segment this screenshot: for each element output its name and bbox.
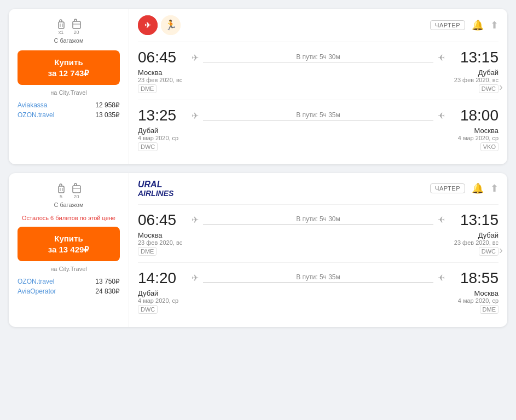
share-icon[interactable]: ⬆ xyxy=(490,182,498,194)
depart-location: Дубай 4 мар 2020, ср DWC xyxy=(138,289,187,314)
depart-location: Москва 23 фев 2020, вс DME xyxy=(138,231,187,256)
price-row: AviaOperator 24 830₽ xyxy=(18,287,120,295)
plane-depart-icon: ✈ xyxy=(192,273,199,283)
checked-bag-icon: 20 xyxy=(71,18,83,35)
price-list: Aviakassa 12 958₽ OZON.travel 13 035₽ xyxy=(18,101,120,121)
left-panel: x1 20 С багажом Купить за 12 xyxy=(9,9,129,164)
arrive-code: DWC xyxy=(479,247,498,256)
buy-price-amount: за 13 429₽ xyxy=(48,245,90,254)
arrive-time: 13:15 xyxy=(449,211,498,229)
price-row: OZON.travel 13 035₽ xyxy=(18,111,120,119)
price-list: OZON.travel 13 750₽ AviaOperator 24 830₽ xyxy=(18,278,120,297)
flight-line xyxy=(203,120,433,120)
ticket-card: x1 20 С багажом Купить за 12 xyxy=(9,9,507,164)
buy-price-amount: за 12 743₽ xyxy=(48,68,90,78)
bell-icon[interactable]: 🔔 xyxy=(472,19,484,31)
depart-time: 06:45 xyxy=(138,211,187,229)
carry-on-icon: x1 xyxy=(55,18,67,35)
buy-button[interactable]: Купить за 12 743₽ xyxy=(18,50,120,85)
plane-arrive-icon: ✈ xyxy=(438,215,445,225)
svg-rect-9 xyxy=(59,186,64,193)
ticket-card: 5 20 С багажом Осталось 6 билетов по это… xyxy=(9,173,507,327)
seller-link[interactable]: Aviakassa xyxy=(18,101,47,109)
depart-location: Москва 23 фев 2020, вс DME xyxy=(138,68,187,93)
platform-label: на City.Travel xyxy=(50,89,87,96)
depart-code: DME xyxy=(138,84,156,93)
baggage-label: С багажом xyxy=(54,202,83,208)
svg-text:✈: ✈ xyxy=(144,21,151,30)
flight-duration: В пути: 5ч 30м xyxy=(296,215,340,223)
arrive-code: DME xyxy=(480,305,498,314)
plane-arrive-icon: ✈ xyxy=(438,111,445,121)
seller-link[interactable]: OZON.travel xyxy=(18,278,54,285)
flight-segment-0: 06:45 ✈ В пути: 5ч 30м ✈ 13:15 Москва 23… xyxy=(138,42,498,100)
airline-header: ✈ 🏃 ЧАРТЕР 🔔 ⬆ xyxy=(138,15,498,35)
arrive-location: Дубай 23 фев 2020, вс DWC xyxy=(449,231,498,256)
seller-price: 13 750₽ xyxy=(95,278,120,285)
depart-code: DME xyxy=(138,247,156,256)
expand-arrow[interactable]: › xyxy=(499,80,503,93)
depart-location: Дубай 4 мар 2020, ср DWC xyxy=(138,126,187,151)
ural-airlines-logo: URAL AIRLINES xyxy=(138,180,173,198)
flight-duration: В пути: 5ч 35м xyxy=(296,111,340,119)
right-panel: URAL AIRLINES ЧАРТЕР 🔔 ⬆ 06:45 ✈ В пути:… xyxy=(129,173,507,327)
flight-duration: В пути: 5ч 30м xyxy=(296,53,340,61)
svg-rect-3 xyxy=(73,21,80,28)
seller-price: 12 958₽ xyxy=(95,101,120,109)
buy-button[interactable]: Купить за 13 429₽ xyxy=(18,227,120,261)
flight-middle: В пути: 5ч 35м xyxy=(203,111,433,120)
svg-text:🏃: 🏃 xyxy=(165,19,177,31)
flight-middle: В пути: 5ч 30м xyxy=(203,215,433,225)
expand-arrow[interactable]: › xyxy=(499,244,503,256)
plane-arrive-icon: ✈ xyxy=(438,273,445,283)
right-panel: ✈ 🏃 ЧАРТЕР 🔔 ⬆ 06:45 xyxy=(129,9,507,164)
flight-segment-0: 06:45 ✈ В пути: 5ч 30м ✈ 13:15 Москва 23… xyxy=(138,204,498,262)
flight-segment-1: 13:25 ✈ В пути: 5ч 35м ✈ 18:00 Дубай 4 м… xyxy=(138,100,498,158)
arrive-location: Москва 4 мар 2020, ср DME xyxy=(449,289,498,314)
depart-time: 06:45 xyxy=(138,49,187,66)
airline-logo-1: ✈ xyxy=(138,15,158,35)
header-actions: ЧАРТЕР 🔔 ⬆ xyxy=(430,182,498,194)
flight-line xyxy=(203,62,433,62)
flight-segment-1: 14:20 ✈ В пути: 5ч 35м ✈ 18:55 Дубай 4 м… xyxy=(138,262,498,320)
header-actions: ЧАРТЕР 🔔 ⬆ xyxy=(430,19,498,31)
buy-button-text: Купить xyxy=(54,57,83,67)
charter-badge: ЧАРТЕР xyxy=(430,20,465,30)
airline-header: URAL AIRLINES ЧАРТЕР 🔔 ⬆ xyxy=(138,180,498,198)
seller-link[interactable]: AviaOperator xyxy=(18,287,56,295)
depart-code: DWC xyxy=(138,142,158,151)
bell-icon[interactable]: 🔔 xyxy=(472,182,484,194)
flight-middle: В пути: 5ч 35м xyxy=(203,273,433,283)
arrive-time: 18:00 xyxy=(449,107,498,124)
arrive-time: 13:15 xyxy=(449,49,498,66)
seller-price: 13 035₽ xyxy=(95,111,120,119)
left-panel: 5 20 С багажом Осталось 6 билетов по это… xyxy=(9,173,129,327)
price-row: Aviakassa 12 958₽ xyxy=(18,101,120,109)
arrive-code: VKO xyxy=(480,142,498,151)
baggage-label: С багажом xyxy=(54,37,83,44)
plane-depart-icon: ✈ xyxy=(192,215,199,225)
seller-link[interactable]: OZON.travel xyxy=(18,111,54,119)
arrive-time: 18:55 xyxy=(449,269,498,287)
plane-arrive-icon: ✈ xyxy=(438,53,445,63)
seller-price: 24 830₽ xyxy=(95,287,120,295)
depart-time: 14:20 xyxy=(138,269,187,287)
buy-button-text: Купить xyxy=(54,234,83,243)
flight-duration: В пути: 5ч 35м xyxy=(296,273,340,281)
depart-time: 13:25 xyxy=(138,107,187,124)
arrive-code: DWC xyxy=(479,84,498,93)
price-row: OZON.travel 13 750₽ xyxy=(18,278,120,285)
svg-rect-0 xyxy=(59,22,64,28)
plane-depart-icon: ✈ xyxy=(192,111,199,121)
share-icon[interactable]: ⬆ xyxy=(490,19,498,31)
tickets-left: Осталось 6 билетов по этой цене xyxy=(22,215,115,221)
svg-rect-12 xyxy=(73,186,80,193)
airline-logos: ✈ 🏃 xyxy=(138,15,181,35)
platform-label: на City.Travel xyxy=(50,266,87,272)
arrive-location: Дубай 23 фев 2020, вс DWC xyxy=(449,68,498,93)
depart-code: DWC xyxy=(138,305,158,314)
charter-badge: ЧАРТЕР xyxy=(430,183,465,193)
plane-depart-icon: ✈ xyxy=(192,53,199,63)
checked-bag-icon: 20 xyxy=(71,182,83,199)
flight-line xyxy=(203,224,433,225)
